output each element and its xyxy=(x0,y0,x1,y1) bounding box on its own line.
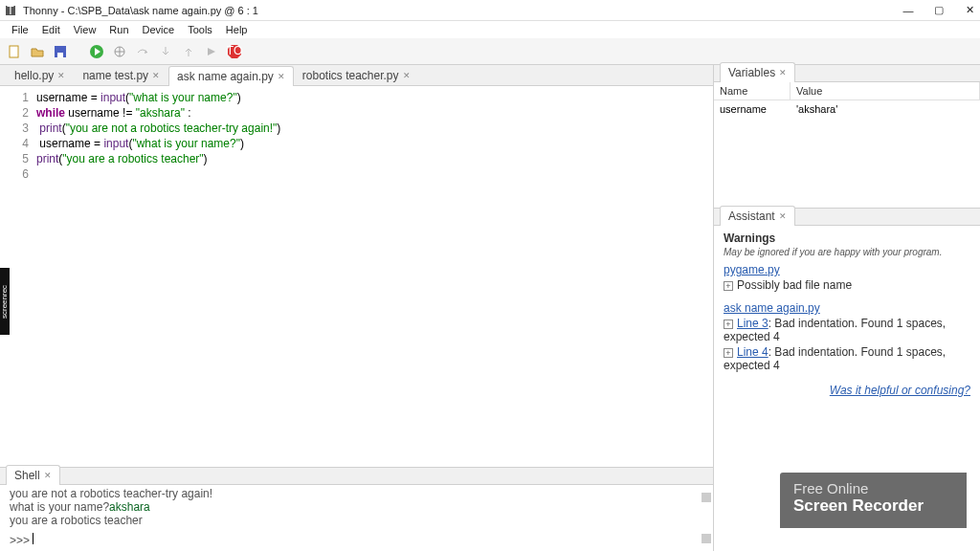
app-icon: T xyxy=(4,4,17,17)
svg-rect-2 xyxy=(10,46,18,57)
variable-row[interactable]: username 'akshara' xyxy=(714,100,980,118)
step-over-icon[interactable] xyxy=(134,43,151,60)
open-file-icon[interactable] xyxy=(29,43,46,60)
assistant-tab[interactable]: Assistant✕ xyxy=(720,206,795,226)
close-icon[interactable]: ✕ xyxy=(44,471,52,480)
svg-text:T: T xyxy=(7,4,14,17)
expand-icon[interactable]: + xyxy=(724,320,733,329)
close-icon[interactable]: ✕ xyxy=(779,211,787,221)
warnings-heading: Warnings xyxy=(724,231,970,245)
scrollbar[interactable] xyxy=(702,493,711,543)
shell-line: you are not a robotics teacher-try again… xyxy=(10,487,703,500)
variables-header: Name Value xyxy=(714,82,980,100)
line-link[interactable]: Line 3 xyxy=(737,317,768,330)
header-name: Name xyxy=(714,82,791,99)
scroll-down-icon[interactable] xyxy=(702,534,711,543)
tab-ask-name-again[interactable]: ask name again.py✕ xyxy=(168,66,294,86)
svg-text:STOP: STOP xyxy=(227,44,242,57)
editor-tabs: hello.py✕ name test.py✕ ask name again.p… xyxy=(0,65,713,86)
menu-view[interactable]: View xyxy=(68,23,102,36)
menu-tools[interactable]: Tools xyxy=(182,23,218,36)
menu-file[interactable]: File xyxy=(6,23,34,36)
close-icon[interactable]: ✕ xyxy=(57,71,65,80)
maximize-button[interactable]: ▢ xyxy=(932,4,946,17)
code-editor[interactable]: 1 2 3 4 5 6 username = input("what is yo… xyxy=(0,86,713,467)
shell-line: what is your name?akshara xyxy=(10,500,703,514)
close-button[interactable]: ✕ xyxy=(963,4,976,17)
file-link[interactable]: ask name again.py xyxy=(724,301,820,315)
save-icon[interactable] xyxy=(52,43,69,60)
expand-icon[interactable]: + xyxy=(724,281,733,291)
panel-title-label: Assistant xyxy=(728,209,775,223)
variables-tab[interactable]: Variables✕ xyxy=(720,62,795,82)
shell-tab-label: Shell xyxy=(14,469,40,482)
warnings-subtitle: May be ignored if you are happy with you… xyxy=(724,247,970,257)
code-area[interactable]: username = input("what is your name?")wh… xyxy=(36,86,713,467)
shell-prompt[interactable]: >>> xyxy=(10,533,703,547)
warning-item: +Possibly bad file name xyxy=(724,278,970,292)
screenrec-sidebar: screenrec xyxy=(0,268,10,335)
shell-tab[interactable]: Shell✕ xyxy=(6,465,60,485)
tab-label: ask name again.py xyxy=(177,70,274,83)
menu-help[interactable]: Help xyxy=(220,23,254,36)
file-link[interactable]: pygame.py xyxy=(724,263,780,276)
expand-icon[interactable]: + xyxy=(724,348,733,358)
variable-name: username xyxy=(714,100,791,118)
run-icon[interactable] xyxy=(88,43,105,60)
step-out-icon[interactable] xyxy=(180,43,197,60)
svg-rect-4 xyxy=(57,53,63,57)
debug-icon[interactable] xyxy=(111,43,128,60)
tab-hello[interactable]: hello.py✕ xyxy=(6,65,74,85)
tab-label: name test.py xyxy=(82,69,148,82)
line-link[interactable]: Line 4 xyxy=(737,345,768,359)
window-title: Thonny - C:\SPB_Data\ask name again.py @… xyxy=(23,5,902,16)
tab-name-test[interactable]: name test.py✕ xyxy=(74,65,168,85)
shell-output[interactable]: you are not a robotics teacher-try again… xyxy=(0,485,713,551)
menu-edit[interactable]: Edit xyxy=(36,23,66,36)
overlay-line1: Free Online xyxy=(793,480,953,496)
tab-label: robotics teacher.py xyxy=(302,69,399,82)
resume-icon[interactable] xyxy=(203,43,220,60)
close-icon[interactable]: ✕ xyxy=(403,71,411,80)
tab-robotics-teacher[interactable]: robotics teacher.py✕ xyxy=(294,65,419,85)
variable-value: 'akshara' xyxy=(791,100,980,118)
scroll-up-icon[interactable] xyxy=(702,493,711,502)
overlay-line2: Screen Recorder xyxy=(793,496,953,516)
menu-run[interactable]: Run xyxy=(103,23,134,36)
variables-panel: Variables✕ Name Value username 'akshara' xyxy=(714,65,980,209)
toolbar: STOP xyxy=(0,38,980,65)
warning-item: +Line 3: Bad indentation. Found 1 spaces… xyxy=(724,317,970,343)
step-into-icon[interactable] xyxy=(157,43,174,60)
shell-panel: Shell✕ you are not a robotics teacher-tr… xyxy=(0,467,713,551)
shell-line: you are a robotics teacher xyxy=(10,514,703,527)
feedback-link[interactable]: Was it helpful or confusing? xyxy=(830,384,970,397)
recorder-overlay: Free Online Screen Recorder xyxy=(780,473,967,528)
menu-device[interactable]: Device xyxy=(137,23,181,36)
tab-label: hello.py xyxy=(14,69,54,82)
panel-title-label: Variables xyxy=(728,66,775,79)
header-value: Value xyxy=(791,82,980,99)
minimize-button[interactable]: — xyxy=(902,4,915,17)
warning-item: +Line 4: Bad indentation. Found 1 spaces… xyxy=(724,345,970,372)
close-icon[interactable]: ✕ xyxy=(152,71,160,80)
menu-bar: File Edit View Run Device Tools Help xyxy=(0,21,980,38)
title-bar: T Thonny - C:\SPB_Data\ask name again.py… xyxy=(0,0,980,21)
new-file-icon[interactable] xyxy=(6,43,23,60)
close-icon[interactable]: ✕ xyxy=(278,72,285,81)
close-icon[interactable]: ✕ xyxy=(779,68,787,77)
stop-icon[interactable]: STOP xyxy=(226,43,243,60)
